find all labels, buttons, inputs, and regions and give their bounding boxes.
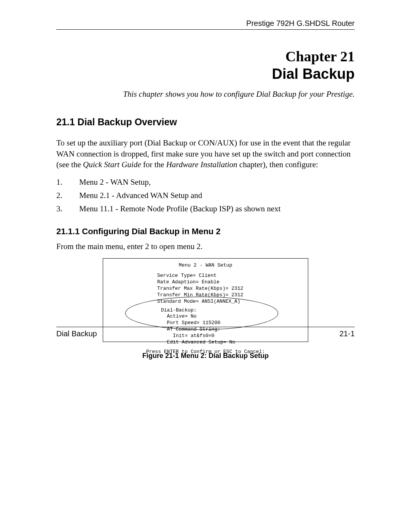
page-header: Prestige 792H G.SHDSL Router [56,19,355,30]
list-item: 2. Menu 2.1 - Advanced WAN Setup and [56,191,355,200]
chapter-block: Chapter 21 Dial Backup [56,48,355,83]
para-italic: Hardware Installation [166,160,237,169]
list-item: 1. Menu 2 - WAN Setup, [56,177,355,187]
para-text: chapter), then configure: [237,160,318,169]
footer-left: Dial Backup [56,329,97,338]
list-number: 2. [56,191,79,200]
para-italic: Quick Start Guide [83,160,141,169]
chapter-intro: This chapter shows you how to configure … [56,89,355,99]
list-number: 3. [56,204,79,214]
chapter-title: Dial Backup [56,66,355,83]
subsection-heading: 21.1.1 Configuring Dial Backup in Menu 2 [56,227,355,236]
list-text: Menu 11.1 - Remote Node Profile (Backup … [79,204,280,214]
para-text: for the [141,160,166,169]
document-page: Prestige 792H G.SHDSL Router Chapter 21 … [0,0,411,532]
list-item: 3. Menu 11.1 - Remote Node Profile (Back… [56,204,355,214]
section-heading: 21.1 Dial Backup Overview [56,117,355,128]
terminal-confirm: Press ENTER to Confirm or ESC to Cancel: [108,349,303,355]
list-number: 1. [56,177,79,187]
subsection-paragraph: From the main menu, enter 2 to open menu… [56,242,355,251]
ordered-list: 1. Menu 2 - WAN Setup, 2. Menu 2.1 - Adv… [56,177,355,214]
terminal-title: Menu 2 - WAN Setup [108,262,303,269]
list-text: Menu 2 - WAN Setup, [79,177,151,187]
chapter-number: Chapter 21 [56,48,355,66]
footer-right: 21-1 [339,329,355,338]
page-footer: Dial Backup 21-1 [56,327,355,338]
section-paragraph: To set up the auxiliary port (Dial Backu… [56,137,355,170]
product-name: Prestige 792H G.SHDSL Router [246,19,355,27]
terminal-settings: Service Type= Client Rate Adaption= Enab… [157,273,303,305]
list-text: Menu 2.1 - Advanced WAN Setup and [79,191,202,200]
